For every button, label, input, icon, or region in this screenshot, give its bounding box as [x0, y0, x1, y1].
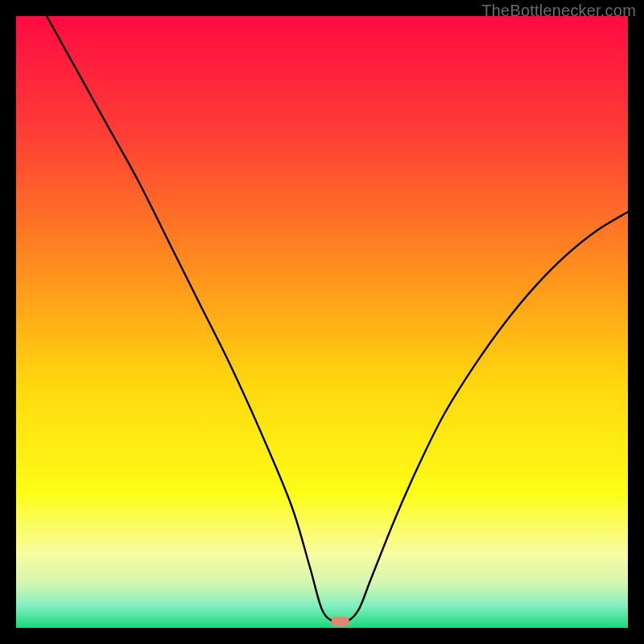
plot-area: [16, 16, 628, 628]
gradient-background: [16, 16, 628, 628]
chart-container: TheBottlenecker.com: [0, 0, 644, 644]
source-attribution: TheBottlenecker.com: [481, 2, 636, 20]
optimal-marker: [332, 617, 349, 626]
chart-svg: [16, 16, 628, 628]
